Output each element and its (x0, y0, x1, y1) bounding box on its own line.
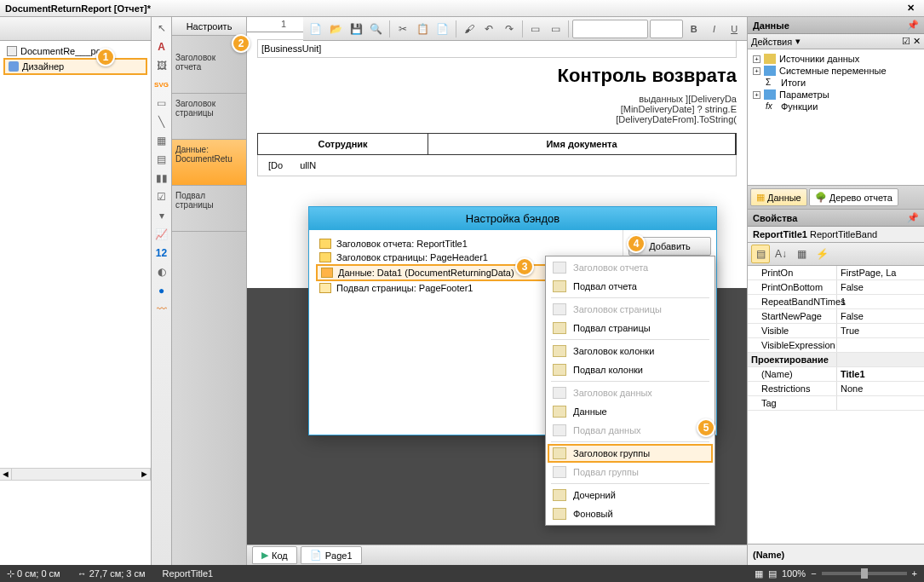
property-row[interactable]: RestrictionsNone (748, 382, 924, 396)
table-tool-icon[interactable]: ▦ (154, 133, 169, 148)
band-item[interactable]: Заголовок отчета: ReportTitle1 (316, 237, 616, 251)
italic-icon[interactable]: I (705, 20, 724, 38)
zoom-slider[interactable] (822, 572, 907, 575)
band-icon (553, 322, 566, 334)
ctx-item: Подвал данных (548, 421, 713, 440)
layout2-icon[interactable]: ▤ (768, 568, 777, 579)
redo-icon[interactable]: ↷ (500, 20, 519, 38)
ctx-item[interactable]: Подвал отчета (548, 277, 713, 296)
dtree-sources[interactable]: +Источники данных (751, 53, 921, 65)
zoom-value: 100% (782, 568, 806, 579)
property-row[interactable]: VisibleTrue (748, 324, 924, 338)
chart-tool-icon[interactable]: 📈 (154, 227, 169, 242)
subtitle-3[interactable]: [DeliveryDateFrom].ToString( (257, 114, 737, 124)
property-row[interactable]: VisibleExpression (748, 338, 924, 353)
ctx-item[interactable]: Подвал страницы (548, 319, 713, 337)
property-selector[interactable]: ReportTitle1 ReportTitleBand (748, 227, 924, 243)
data-tree: +Источники данных +Системные переменные … (748, 49, 924, 186)
ctx-item[interactable]: Заголовок группы (548, 444, 713, 463)
table-header[interactable]: Сотрудник Имя документа (257, 133, 737, 155)
close-icon[interactable]: ✕ (907, 3, 919, 14)
property-row[interactable]: (Name)Title1 (748, 367, 924, 382)
copy-icon[interactable]: 📋 (413, 20, 432, 38)
ctx-item[interactable]: Подвал колонки (548, 360, 713, 379)
number-tool-icon[interactable]: 12 (154, 245, 169, 261)
checkbox-tool-icon[interactable]: ☑ (154, 189, 169, 205)
title-bar: DocumentReturnReport [Отчет]* ✕ (0, 0, 924, 17)
scrollbar-h[interactable]: ◄► (0, 468, 151, 480)
subtitle-1[interactable]: выданных ][DeliveryDa (257, 94, 737, 104)
layout-icon[interactable]: ▦ (755, 568, 763, 579)
globe-tool-icon[interactable]: ● (154, 283, 169, 298)
gauge-tool-icon[interactable]: ◐ (154, 264, 169, 279)
sort-cat-icon[interactable]: ▤ (751, 245, 770, 263)
dtree-params[interactable]: +Параметры (751, 89, 921, 101)
more-tool-icon[interactable]: ▾ (154, 208, 169, 223)
band-icon (553, 466, 566, 478)
svg-tool-icon[interactable]: SVG (154, 77, 169, 92)
pin-icon[interactable]: 📌 (907, 212, 919, 223)
size-select[interactable] (650, 20, 683, 38)
report-title-text[interactable]: Контроль возврата (257, 65, 737, 87)
grid-tool-icon[interactable]: ▤ (154, 152, 169, 167)
subtitle-2[interactable]: [MinDeliveryDate] ? string.E (257, 104, 737, 114)
status-pos2: ↔ 27,7 см; 3 см (77, 568, 146, 579)
property-row[interactable]: Tag (748, 396, 924, 411)
new-icon[interactable]: 📄 (307, 20, 325, 38)
zoom-out-icon[interactable]: − (811, 568, 816, 579)
preview-icon[interactable]: 🔍 (367, 20, 386, 38)
property-row[interactable]: RepeatBandNTimes1 (748, 295, 924, 309)
tree-item-report[interactable]: DocumentRe___por (3, 44, 147, 58)
configure-bands-button[interactable]: Настроить (172, 17, 246, 36)
band-page-header[interactable]: Заголовок страницы (172, 94, 246, 140)
subtab-tree[interactable]: 🌳Дерево отчета (809, 188, 898, 206)
open-icon[interactable]: 📂 (327, 20, 346, 38)
sort-az-icon[interactable]: A↓ (772, 245, 790, 263)
ctx-item[interactable]: Данные (548, 402, 713, 421)
ctx-item[interactable]: Заголовок колонки (548, 342, 713, 360)
text-tool-icon[interactable]: A (154, 39, 169, 55)
tree-item-designer[interactable]: Дизайнер (3, 58, 147, 75)
wave-tool-icon[interactable]: 〰 (154, 302, 169, 317)
property-row[interactable]: StartNewPageFalse (748, 309, 924, 324)
ctx-item[interactable]: Дочерний (548, 486, 713, 504)
band-report-header[interactable]: Заголовок отчета (172, 48, 246, 94)
property-row[interactable]: Проектирование (748, 353, 924, 367)
ctx-item[interactable]: Фоновый (548, 504, 713, 523)
tab-page1[interactable]: 📄Page1 (301, 546, 362, 564)
cursor-icon[interactable]: ↖ (154, 20, 169, 36)
pin-icon[interactable]: 📌 (907, 20, 919, 31)
view-icon[interactable]: ▦ (792, 245, 811, 263)
band-page-footer[interactable]: Подвал страницы (172, 186, 246, 232)
property-row[interactable]: PrintOnBottomFalse (748, 280, 924, 295)
tab-code[interactable]: ▶Код (252, 546, 297, 564)
property-row[interactable]: PrintOnFirstPage, La (748, 266, 924, 280)
ctx-item: Заголовок страницы (548, 300, 713, 319)
group-icon[interactable]: ▭ (526, 20, 545, 38)
zoom-in-icon[interactable]: + (912, 568, 917, 579)
business-unit-field[interactable]: [BusinessUnit] (257, 39, 737, 58)
underline-icon[interactable]: U (725, 20, 743, 38)
dtree-sysvars[interactable]: +Системные переменные (751, 65, 921, 77)
ungroup-icon[interactable]: ▭ (546, 20, 565, 38)
bolt-icon[interactable]: ⚡ (812, 245, 831, 263)
ctx-item: Подвал группы (548, 463, 713, 481)
barcode-tool-icon[interactable]: ▮▮ (154, 170, 169, 186)
image-tool-icon[interactable]: 🖼 (154, 58, 169, 73)
undo-icon[interactable]: ↶ (479, 20, 498, 38)
shape-tool-icon[interactable]: ▭ (154, 95, 169, 111)
format-icon[interactable]: 🖌 (460, 20, 479, 38)
subtab-data[interactable]: ▦Данные (750, 188, 807, 206)
data-row[interactable]: [Do ullN (257, 155, 737, 176)
line-tool-icon[interactable]: ╲ (154, 114, 169, 130)
cut-icon[interactable]: ✂ (393, 20, 412, 38)
font-select[interactable] (572, 20, 648, 38)
bold-icon[interactable]: B (685, 20, 703, 38)
actions-dropdown[interactable]: Действия (751, 37, 792, 47)
save-icon[interactable]: 💾 (347, 20, 365, 38)
dtree-totals[interactable]: ΣИтоги (751, 77, 921, 89)
dropdown-icon[interactable]: ▾ (795, 36, 801, 47)
dtree-funcs[interactable]: fxФункции (751, 101, 921, 112)
band-data[interactable]: Данные: DocumentRetu (172, 140, 246, 186)
paste-icon[interactable]: 📄 (433, 20, 452, 38)
